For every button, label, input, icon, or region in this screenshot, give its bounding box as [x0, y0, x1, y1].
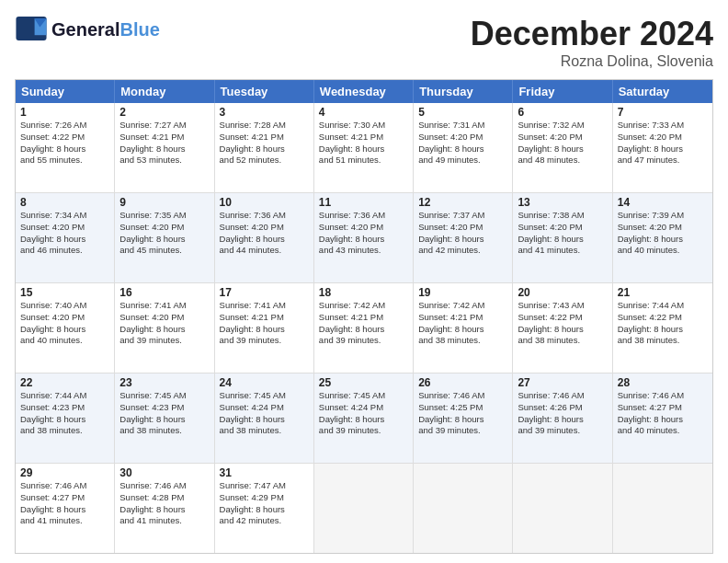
- cell-line: and 47 minutes.: [618, 155, 708, 167]
- day-number: 26: [418, 376, 507, 389]
- day-number: 22: [20, 376, 109, 389]
- cal-cell: 25Sunrise: 7:45 AMSunset: 4:24 PMDayligh…: [314, 373, 414, 463]
- cal-cell-empty: [414, 464, 513, 553]
- cell-line: Daylight: 8 hours: [20, 144, 109, 155]
- cell-line: Sunset: 4:20 PM: [119, 222, 209, 234]
- cal-cell-empty: [314, 464, 414, 553]
- cell-line: Sunrise: 7:33 AM: [618, 120, 708, 132]
- day-number: 5: [418, 106, 507, 119]
- cell-line: Sunrise: 7:45 AM: [220, 390, 309, 402]
- logo-icon: [15, 15, 48, 42]
- cell-line: Daylight: 8 hours: [220, 144, 309, 155]
- cell-line: Sunset: 4:29 PM: [220, 492, 309, 504]
- cell-line: Daylight: 8 hours: [618, 324, 708, 336]
- day-number: 15: [20, 286, 109, 299]
- cell-line: Daylight: 8 hours: [220, 234, 309, 246]
- cell-line: Daylight: 8 hours: [119, 504, 209, 516]
- cal-header-cell: Sunday: [16, 80, 115, 103]
- cell-line: Daylight: 8 hours: [119, 324, 209, 336]
- cell-line: Sunrise: 7:36 AM: [319, 210, 408, 222]
- cal-cell: 9Sunrise: 7:35 AMSunset: 4:20 PMDaylight…: [115, 193, 214, 282]
- cell-line: Sunset: 4:22 PM: [518, 312, 607, 324]
- cal-cell: 2Sunrise: 7:27 AMSunset: 4:21 PMDaylight…: [115, 103, 214, 192]
- cell-line: Daylight: 8 hours: [418, 324, 507, 336]
- cell-line: Sunset: 4:21 PM: [319, 312, 408, 324]
- cell-line: Daylight: 8 hours: [20, 324, 109, 336]
- cal-cell: 13Sunrise: 7:38 AMSunset: 4:20 PMDayligh…: [513, 193, 612, 282]
- cell-line: Sunset: 4:23 PM: [119, 402, 209, 414]
- cell-line: Sunset: 4:20 PM: [20, 222, 109, 234]
- cal-row: 1Sunrise: 7:26 AMSunset: 4:22 PMDaylight…: [16, 103, 712, 192]
- cell-line: Sunset: 4:23 PM: [20, 402, 109, 414]
- cal-row: 22Sunrise: 7:44 AMSunset: 4:23 PMDayligh…: [16, 373, 712, 463]
- cell-line: Daylight: 8 hours: [418, 234, 507, 246]
- cell-line: and 53 minutes.: [119, 155, 209, 167]
- cell-line: Sunrise: 7:41 AM: [119, 300, 209, 312]
- day-number: 30: [119, 466, 209, 479]
- cal-cell: 24Sunrise: 7:45 AMSunset: 4:24 PMDayligh…: [215, 373, 314, 463]
- calendar: SundayMondayTuesdayWednesdayThursdayFrid…: [15, 79, 713, 554]
- day-number: 16: [119, 286, 209, 299]
- cell-line: and 40 minutes.: [618, 245, 708, 257]
- cell-line: Sunset: 4:21 PM: [319, 132, 408, 144]
- day-number: 17: [220, 286, 309, 299]
- cal-cell: 16Sunrise: 7:41 AMSunset: 4:20 PMDayligh…: [115, 283, 214, 373]
- cell-line: and 39 minutes.: [418, 425, 507, 437]
- cell-line: and 49 minutes.: [418, 155, 507, 167]
- cell-line: and 41 minutes.: [518, 245, 607, 257]
- cell-line: Sunrise: 7:46 AM: [618, 390, 708, 402]
- cell-line: Sunset: 4:21 PM: [220, 132, 309, 144]
- cal-cell: 17Sunrise: 7:41 AMSunset: 4:21 PMDayligh…: [215, 283, 314, 373]
- cell-line: Daylight: 8 hours: [20, 414, 109, 426]
- cell-line: and 41 minutes.: [119, 515, 209, 527]
- cell-line: Sunrise: 7:38 AM: [518, 210, 607, 222]
- cell-line: Daylight: 8 hours: [518, 234, 607, 246]
- cell-line: Sunrise: 7:45 AM: [319, 390, 408, 402]
- day-number: 7: [618, 106, 708, 119]
- day-number: 3: [220, 106, 309, 119]
- cell-line: Sunrise: 7:41 AM: [220, 300, 309, 312]
- day-number: 1: [20, 106, 109, 119]
- cell-line: and 55 minutes.: [20, 155, 109, 167]
- day-number: 31: [220, 466, 309, 479]
- cell-line: and 52 minutes.: [220, 155, 309, 167]
- cal-cell: 4Sunrise: 7:30 AMSunset: 4:21 PMDaylight…: [314, 103, 414, 192]
- day-number: 18: [319, 286, 408, 299]
- cal-cell: 12Sunrise: 7:37 AMSunset: 4:20 PMDayligh…: [414, 193, 513, 282]
- cal-header-cell: Thursday: [414, 80, 513, 103]
- cell-line: and 42 minutes.: [418, 245, 507, 257]
- cell-line: and 38 minutes.: [119, 425, 209, 437]
- cell-line: and 38 minutes.: [20, 425, 109, 437]
- cell-line: Sunrise: 7:36 AM: [220, 210, 309, 222]
- day-number: 9: [119, 196, 209, 209]
- cell-line: Daylight: 8 hours: [418, 414, 507, 426]
- cell-line: Sunset: 4:24 PM: [319, 402, 408, 414]
- cell-line: Sunrise: 7:43 AM: [518, 300, 607, 312]
- logo: GeneralBlue: [15, 15, 160, 44]
- cell-line: Daylight: 8 hours: [119, 414, 209, 426]
- cell-line: Sunrise: 7:32 AM: [518, 120, 607, 132]
- calendar-header: SundayMondayTuesdayWednesdayThursdayFrid…: [16, 80, 712, 103]
- cell-line: Sunset: 4:25 PM: [418, 402, 507, 414]
- cell-line: Sunset: 4:20 PM: [418, 222, 507, 234]
- cell-line: Sunrise: 7:31 AM: [418, 120, 507, 132]
- cell-line: Daylight: 8 hours: [319, 234, 408, 246]
- cal-row: 8Sunrise: 7:34 AMSunset: 4:20 PMDaylight…: [16, 192, 712, 282]
- cal-cell: 5Sunrise: 7:31 AMSunset: 4:20 PMDaylight…: [414, 103, 513, 192]
- day-number: 21: [618, 286, 708, 299]
- cell-line: Sunrise: 7:39 AM: [618, 210, 708, 222]
- cell-line: Sunset: 4:22 PM: [20, 132, 109, 144]
- cell-line: and 39 minutes.: [119, 335, 209, 347]
- cell-line: and 44 minutes.: [220, 245, 309, 257]
- day-number: 25: [319, 376, 408, 389]
- cal-cell: 7Sunrise: 7:33 AMSunset: 4:20 PMDaylight…: [613, 103, 712, 192]
- day-number: 4: [319, 106, 408, 119]
- cal-cell: 19Sunrise: 7:42 AMSunset: 4:21 PMDayligh…: [414, 283, 513, 373]
- cell-line: Sunrise: 7:46 AM: [418, 390, 507, 402]
- cell-line: Sunrise: 7:44 AM: [618, 300, 708, 312]
- cell-line: Sunrise: 7:46 AM: [20, 480, 109, 492]
- cal-header-cell: Monday: [115, 80, 214, 103]
- cal-cell: 27Sunrise: 7:46 AMSunset: 4:26 PMDayligh…: [513, 373, 612, 463]
- cell-line: Sunrise: 7:28 AM: [220, 120, 309, 132]
- cell-line: and 39 minutes.: [319, 335, 408, 347]
